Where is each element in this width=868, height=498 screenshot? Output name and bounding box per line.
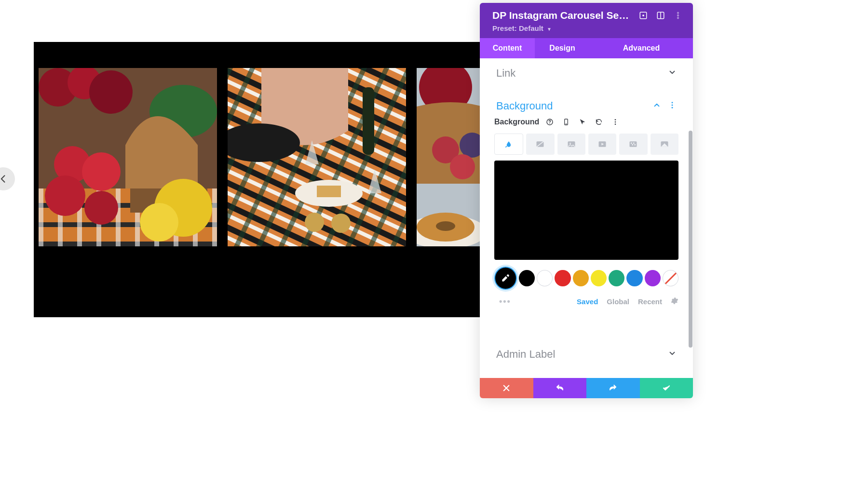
hover-icon[interactable]: [577, 116, 588, 128]
swatch-white[interactable]: [537, 270, 553, 286]
help-icon[interactable]: [544, 116, 556, 128]
bg-type-mask[interactable]: [651, 134, 678, 155]
undo-button[interactable]: [533, 378, 587, 398]
reset-icon[interactable]: [593, 116, 605, 128]
palette-tab-global[interactable]: Global: [607, 297, 629, 306]
palette-tab-saved[interactable]: Saved: [577, 297, 598, 306]
preset-value: Default: [519, 24, 543, 32]
carousel-slide[interactable]: [228, 68, 406, 246]
section-title: Background: [496, 100, 553, 112]
svg-rect-60: [631, 143, 632, 144]
module-settings-panel: DP Instagram Carousel Setti… Preset: Def…: [480, 3, 693, 398]
bg-type-pattern[interactable]: [619, 134, 647, 155]
svg-point-43: [678, 15, 679, 16]
caret-down-icon: ▼: [547, 27, 552, 32]
svg-point-8: [89, 70, 133, 114]
preset-selector[interactable]: Preset: Default ▼: [492, 24, 683, 32]
swatch-orange[interactable]: [573, 270, 589, 286]
svg-rect-24: [317, 186, 341, 197]
svg-point-26: [331, 214, 351, 233]
chevron-down-icon: [668, 349, 677, 360]
panel-header: DP Instagram Carousel Setti… Preset: Def…: [480, 3, 693, 38]
svg-point-13: [84, 191, 118, 225]
svg-point-52: [615, 119, 616, 121]
cancel-button[interactable]: [480, 378, 533, 398]
color-swatches: [494, 267, 678, 290]
option-menu-icon[interactable]: [610, 116, 621, 128]
section-title: Admin Label: [496, 348, 555, 361]
bg-type-gradient[interactable]: [526, 134, 554, 155]
section-link[interactable]: Link: [480, 58, 693, 88]
redo-button[interactable]: [586, 378, 640, 398]
svg-point-32: [450, 154, 475, 179]
carousel-track: [39, 68, 480, 246]
svg-point-46: [672, 105, 673, 106]
chevron-down-icon: [668, 68, 677, 79]
swatch-green[interactable]: [609, 270, 624, 286]
swatch-red[interactable]: [555, 270, 570, 286]
swatch-purple[interactable]: [645, 270, 661, 286]
carousel-prev-button[interactable]: [0, 167, 15, 190]
svg-point-15: [140, 203, 178, 242]
svg-point-11: [82, 152, 121, 191]
panel-scrollbar[interactable]: [689, 131, 692, 348]
carousel-preview: [34, 42, 480, 317]
save-button[interactable]: [640, 378, 693, 398]
svg-point-42: [678, 12, 679, 13]
svg-point-25: [305, 213, 324, 232]
swatch-blue[interactable]: [626, 270, 642, 286]
svg-point-39: [642, 14, 644, 16]
preset-label: Preset:: [492, 24, 517, 32]
section-background[interactable]: Background: [480, 91, 693, 116]
tab-advanced[interactable]: Advanced: [590, 38, 693, 58]
palette-more-icon[interactable]: •••: [494, 296, 511, 307]
panel-title: DP Instagram Carousel Setti…: [492, 10, 631, 21]
chevron-up-icon: [652, 101, 661, 111]
svg-point-54: [615, 123, 616, 125]
background-options: Background: [480, 116, 693, 316]
responsive-icon[interactable]: [560, 116, 572, 128]
svg-point-53: [615, 121, 616, 123]
eyedropper-swatch[interactable]: [494, 267, 517, 290]
expand-icon[interactable]: [638, 10, 649, 21]
tab-design[interactable]: Design: [535, 38, 590, 58]
panel-footer: [480, 378, 693, 398]
svg-point-45: [672, 102, 673, 103]
bg-type-image[interactable]: [557, 134, 585, 155]
bg-type-video[interactable]: [588, 134, 616, 155]
background-type-tabs: [494, 134, 678, 155]
svg-point-12: [45, 175, 85, 216]
bg-type-color[interactable]: [494, 134, 523, 155]
svg-rect-62: [632, 144, 634, 146]
panel-body: Link Background Background: [480, 58, 693, 378]
section-options-icon[interactable]: [668, 101, 677, 111]
panel-menu-icon[interactable]: [673, 10, 683, 21]
section-title: Link: [496, 67, 515, 80]
palette-settings-icon[interactable]: [671, 297, 678, 306]
panel-tabs: Content Design Advanced: [480, 38, 693, 58]
svg-rect-22: [363, 87, 374, 155]
option-label: Background: [494, 118, 539, 126]
svg-point-47: [672, 107, 673, 108]
section-admin-label[interactable]: Admin Label: [480, 339, 693, 369]
snap-column-icon[interactable]: [655, 10, 666, 21]
tab-content[interactable]: Content: [480, 38, 535, 58]
swatch-transparent[interactable]: [663, 270, 678, 286]
color-preview[interactable]: [494, 161, 678, 260]
swatch-black[interactable]: [519, 270, 535, 286]
svg-point-49: [550, 123, 550, 124]
svg-rect-63: [635, 144, 636, 146]
palette-tab-recent[interactable]: Recent: [638, 297, 662, 306]
swatch-yellow[interactable]: [591, 270, 607, 286]
svg-point-37: [436, 221, 455, 231]
palette-tabs: ••• Saved Global Recent: [494, 294, 678, 311]
svg-point-57: [570, 143, 571, 144]
svg-rect-61: [633, 143, 635, 144]
carousel-slide[interactable]: [39, 68, 217, 246]
carousel-slide[interactable]: [417, 68, 480, 246]
svg-point-44: [678, 17, 679, 19]
